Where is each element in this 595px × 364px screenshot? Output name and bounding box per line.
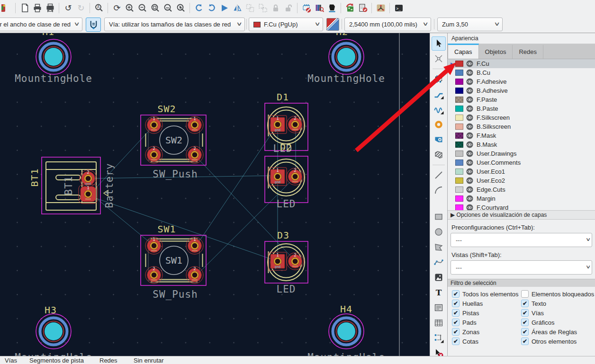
3d-viewer-icon[interactable] xyxy=(326,2,338,14)
layer-color-swatch[interactable] xyxy=(455,79,463,85)
layer-row-user.eco2[interactable]: ▶User.Eco2 xyxy=(448,176,595,185)
pcb-canvas[interactable]: H1 MountingHole H2 MountingHole H3 Mount… xyxy=(0,33,430,356)
pad[interactable]: 1gnd xyxy=(269,168,287,186)
checkbox-checked[interactable]: ✔ xyxy=(452,290,460,298)
unlock-icon[interactable] xyxy=(282,2,294,14)
rotate-cw-icon[interactable] xyxy=(206,2,217,14)
layer-color-swatch[interactable] xyxy=(455,160,463,166)
pad[interactable]: 2 xyxy=(287,168,304,185)
drc-icon[interactable] xyxy=(357,2,369,14)
pad[interactable]: 1 xyxy=(79,185,98,204)
pad[interactable]: 1gnd xyxy=(269,252,287,270)
circle-tool-icon[interactable] xyxy=(432,225,446,239)
visibility-eye-icon[interactable] xyxy=(466,141,473,148)
visibility-eye-icon[interactable] xyxy=(466,168,473,175)
visibility-eye-icon[interactable] xyxy=(466,132,473,139)
console-icon[interactable]: >_ xyxy=(393,2,405,14)
dimension-tool-icon[interactable] xyxy=(432,331,446,345)
views-dropdown[interactable]: --- ∨ xyxy=(451,260,592,275)
visibility-eye-icon[interactable] xyxy=(466,186,473,193)
visibility-eye-icon[interactable] xyxy=(466,105,473,112)
visibility-eye-icon[interactable] xyxy=(466,114,473,121)
table-tool-icon[interactable] xyxy=(432,316,446,330)
redo-icon[interactable]: ↻ xyxy=(75,2,87,14)
tune-tool-icon[interactable] xyxy=(432,102,446,116)
footprint-sw2[interactable]: SW2 SW2 SW_Push xyxy=(141,103,206,180)
layer-color-swatch[interactable] xyxy=(455,169,463,175)
checkbox-unchecked[interactable] xyxy=(521,290,529,298)
ungroup-icon[interactable] xyxy=(257,2,269,14)
visibility-eye-icon[interactable] xyxy=(466,69,473,76)
pad[interactable]: 2 xyxy=(186,146,203,163)
route-tool-icon[interactable] xyxy=(432,87,446,101)
presets-dropdown[interactable]: --- ∨ xyxy=(451,233,592,247)
zoom-selection-icon[interactable] xyxy=(175,2,187,14)
layer-row-b.adhesive[interactable]: ▶B.Adhesive xyxy=(448,86,595,95)
library-browser-icon[interactable] xyxy=(313,2,325,14)
zone-tool-icon[interactable] xyxy=(432,133,446,147)
tab-redes[interactable]: Redes xyxy=(513,45,543,59)
checkbox-checked[interactable]: ✔ xyxy=(452,319,460,326)
layer-color-swatch[interactable] xyxy=(455,195,463,202)
layer-row-b.paste[interactable]: ▶B.Paste xyxy=(448,104,595,113)
flip-icon[interactable] xyxy=(218,2,230,14)
print-icon[interactable] xyxy=(31,2,43,14)
layer-color-swatch[interactable] xyxy=(455,178,463,184)
visibility-eye-icon[interactable] xyxy=(466,87,473,94)
layer-color-swatch[interactable] xyxy=(455,70,463,76)
grid-dropdown[interactable]: 2,5400 mm (100,00 mils) ∨ xyxy=(344,18,431,31)
visibility-eye-icon[interactable] xyxy=(466,159,473,166)
layer-display-options-bar[interactable]: ▶ Opciones de visualización de capas xyxy=(448,210,595,220)
layer-row-edge.cuts[interactable]: ▶Edge.Cuts xyxy=(448,185,595,194)
footprint-h4[interactable]: H4 MountingHole xyxy=(307,303,385,356)
layer-row-f.courtyard[interactable]: ▶F.Courtyard xyxy=(448,203,595,210)
checkbox-checked[interactable]: ✔ xyxy=(452,328,460,336)
plot-icon[interactable] xyxy=(44,2,56,14)
layer-pair-swatch-button[interactable] xyxy=(326,18,339,31)
board-setup-cut-icon[interactable] xyxy=(0,2,12,14)
visibility-eye-icon[interactable] xyxy=(466,177,473,184)
pad[interactable]: 1 xyxy=(186,116,203,133)
checkbox-checked[interactable]: ✔ xyxy=(521,328,529,336)
line-tool-icon[interactable] xyxy=(432,168,446,182)
layer-color-swatch[interactable] xyxy=(455,142,463,148)
net-classes-icon[interactable] xyxy=(375,2,387,14)
pad[interactable]: 2 xyxy=(145,266,162,284)
layer-color-swatch[interactable] xyxy=(455,115,463,121)
track-width-dropdown[interactable]: ar el ancho de clase de red ∨ xyxy=(0,18,82,31)
layer-color-swatch[interactable] xyxy=(455,97,463,103)
footprint-h2[interactable]: H2 MountingHole xyxy=(307,33,385,84)
visibility-eye-icon[interactable] xyxy=(466,96,473,103)
pad[interactable]: 1 xyxy=(186,237,203,254)
layer-row-b.silkscreen[interactable]: ▶B.Silkscreen xyxy=(448,122,595,131)
pad[interactable]: 1 xyxy=(145,237,162,254)
layer-color-swatch[interactable] xyxy=(455,186,463,193)
text-tool-icon[interactable]: T xyxy=(432,285,446,300)
pad[interactable]: 2 xyxy=(186,266,203,284)
checkbox-checked[interactable]: ✔ xyxy=(452,337,460,345)
visibility-eye-icon[interactable] xyxy=(466,123,473,130)
lock-icon[interactable] xyxy=(270,2,281,14)
auto-track-width-toggle[interactable] xyxy=(86,18,101,32)
zoom-objects-icon[interactable] xyxy=(162,2,174,14)
cursor-tool-icon[interactable] xyxy=(432,36,446,51)
update-pcb-icon[interactable] xyxy=(344,2,356,14)
pad[interactable]: 1 xyxy=(145,116,162,133)
layer-color-swatch[interactable] xyxy=(455,133,463,139)
visibility-eye-icon[interactable] xyxy=(466,204,473,210)
find-icon[interactable]: A xyxy=(93,2,105,14)
layer-color-swatch[interactable] xyxy=(455,88,463,94)
polygon-tool-icon[interactable] xyxy=(432,240,446,254)
layer-row-b.cu[interactable]: ▶B.Cu xyxy=(448,68,595,77)
mirror-icon[interactable] xyxy=(231,2,243,14)
visibility-eye-icon[interactable] xyxy=(466,150,473,157)
ratsnest-tool-icon[interactable] xyxy=(432,52,446,66)
refresh-icon[interactable]: ⟳ xyxy=(111,2,123,14)
checkbox-checked[interactable]: ✔ xyxy=(452,300,460,307)
layer-row-user.drawings[interactable]: ▶User.Drawings xyxy=(448,149,595,158)
layer-color-swatch[interactable] xyxy=(455,151,463,157)
zoom-fit-icon[interactable] xyxy=(149,2,161,14)
group-icon[interactable] xyxy=(244,2,256,14)
tab-objetos[interactable]: Objetos xyxy=(479,45,513,59)
layer-row-margin[interactable]: ▶Margin xyxy=(448,194,595,203)
